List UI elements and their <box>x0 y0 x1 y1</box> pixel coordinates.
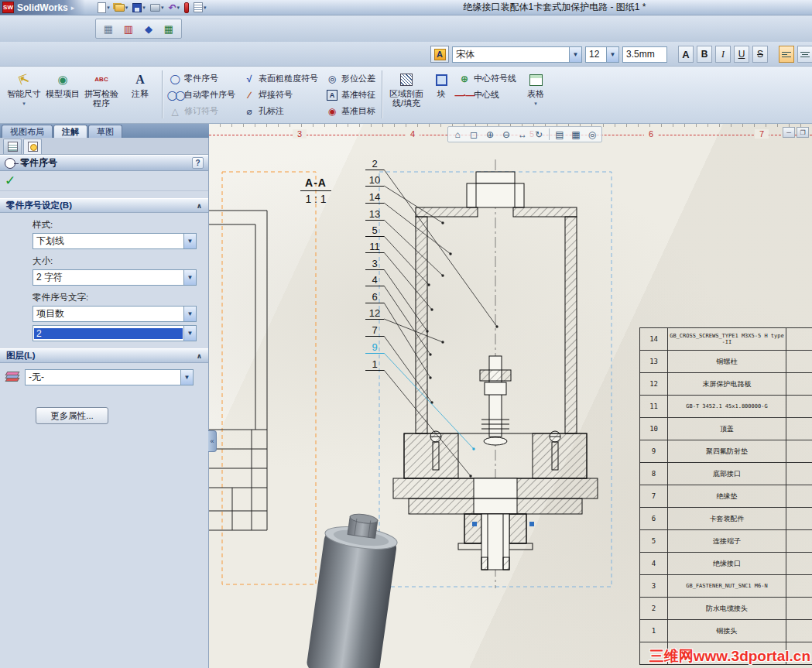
chevron-down-icon[interactable]: ▼ <box>183 326 196 341</box>
settings-section-header[interactable]: 零件序号设定(B) ∧ <box>0 198 208 213</box>
bom-row[interactable]: 4绝缘接口 <box>640 553 812 575</box>
font-size-combobox[interactable]: 12 ▼ <box>585 46 619 63</box>
align-center-button[interactable] <box>797 46 812 63</box>
balloon-number[interactable]: 10 <box>365 174 384 187</box>
chevron-down-icon[interactable]: ▼ <box>606 47 618 62</box>
chevron-down-icon[interactable]: ▼ <box>569 47 581 62</box>
rebuild-button[interactable] <box>183 1 190 15</box>
table-format-button[interactable]: ▦ <box>159 20 178 37</box>
bom-row[interactable]: 13铜螺柱 <box>640 351 812 373</box>
strikethrough-button[interactable]: S <box>752 46 768 63</box>
grid-button[interactable]: ▦ <box>99 20 118 37</box>
wireframe-icon[interactable]: ▤ <box>552 128 567 141</box>
minimize-icon[interactable]: ─ <box>783 127 795 138</box>
smart-dimension-button[interactable]: ⇱ 智能尺寸 ▾ <box>5 69 43 120</box>
tab-feature-manager[interactable] <box>3 139 22 154</box>
chevron-down-icon[interactable]: ▼ <box>183 307 196 321</box>
bom-row[interactable]: 8底部接口 <box>640 463 812 485</box>
italic-button[interactable]: I <box>715 46 731 63</box>
help-icon[interactable]: ? <box>192 157 204 169</box>
balloon-number[interactable]: 11 <box>365 241 384 253</box>
balloon-number[interactable]: 13 <box>365 208 384 221</box>
area-hatch-button[interactable]: 区域剖面线/填充 <box>385 69 428 120</box>
bom-row[interactable]: 2防水电缆接头 <box>640 598 812 620</box>
block-button[interactable]: 块 <box>428 69 454 120</box>
tab-view-layout[interactable]: 视图布局 <box>2 125 53 138</box>
tab-annotation[interactable]: 注解 <box>53 125 87 138</box>
zoom-area-icon[interactable]: ◻ <box>466 128 481 141</box>
zoom-in-icon[interactable]: ⊕ <box>482 128 498 141</box>
bom-row[interactable]: 10顶盖 <box>640 418 812 440</box>
balloon-number[interactable]: 6 <box>365 291 384 303</box>
text-height-input[interactable]: 3.5mm <box>622 46 667 63</box>
bom-table[interactable]: 14GB_CROSS_SCREWS_TYPE1 M3X5-5 H type-II… <box>639 327 812 665</box>
bom-row[interactable]: 9聚四氟防射垫 <box>640 440 812 463</box>
surface-finish-button[interactable]: √ 表面粗糙度符号 <box>239 70 322 87</box>
ok-checkmark-icon[interactable]: ✓ <box>5 173 15 189</box>
table-button[interactable]: 表格 ▾ <box>520 69 551 120</box>
undo-button[interactable]: ↶▾ <box>166 1 181 15</box>
balloon-number[interactable]: 7 <box>365 324 384 337</box>
balloon-style-combobox[interactable]: 下划线 ▼ <box>33 233 197 249</box>
geometric-tolerance-button[interactable]: ◎ 形位公差 <box>322 70 379 87</box>
chevron-down-icon[interactable]: ▼ <box>183 234 196 248</box>
underline-button[interactable]: U <box>734 46 749 63</box>
layer-combobox[interactable]: -无- ▼ <box>25 369 194 385</box>
drawing-canvas[interactable]: 34567 ⌂ ◻ ⊕ ⊖ ↔ ↻ ▤ ▦ ◎ ─ ❐ <box>209 124 812 668</box>
weld-symbol-button[interactable]: ∕ 焊接符号 <box>239 87 322 103</box>
chevron-down-icon[interactable]: ▼ <box>180 370 193 385</box>
balloon-number[interactable]: 2 <box>365 158 384 170</box>
spell-checker-button[interactable]: ABC 拼写检验程序 <box>82 69 121 120</box>
cylinder-part-3d[interactable] <box>296 513 420 668</box>
shaded-view-icon[interactable]: ▦ <box>568 128 584 141</box>
more-properties-button[interactable]: 更多属性... <box>36 407 108 424</box>
bom-row[interactable]: 6卡套装配件 <box>640 508 812 530</box>
save-button[interactable]: ▾ <box>131 1 147 15</box>
rotate-view-icon[interactable]: ↻ <box>531 128 546 141</box>
hole-callout-button[interactable]: ⌀ 孔标注 <box>239 103 322 119</box>
tab-property-manager[interactable] <box>23 139 42 154</box>
datum-feature-button[interactable]: A 基准特征 <box>322 87 379 103</box>
line-weight-button[interactable]: ▥ <box>119 20 138 37</box>
restore-icon[interactable]: ❐ <box>797 127 809 138</box>
balloon-number[interactable]: 12 <box>365 307 384 320</box>
balloon-button[interactable]: ◯ 零件序号 <box>165 70 239 87</box>
auto-balloon-button[interactable]: ◯◯ 自动零件序号 <box>165 87 239 103</box>
brand-arrow-icon[interactable]: ▸ <box>71 4 75 12</box>
datum-target-button[interactable]: ◉ 基准目标 <box>322 103 379 119</box>
note-button[interactable]: A 注释 <box>121 69 159 120</box>
tab-sketch[interactable]: 草图 <box>88 125 122 138</box>
font-button[interactable]: A <box>430 46 449 63</box>
options-button[interactable]: ▾ <box>192 1 208 15</box>
balloon-text-combobox[interactable]: 项目数 ▼ <box>33 306 197 322</box>
bom-row[interactable]: 7绝缘垫 <box>640 485 812 508</box>
bom-row[interactable]: 14GB_CROSS_SCREWS_TYPE1 M3X5-5 H type-II <box>640 328 812 351</box>
centerline-button[interactable]: —·— 中心线 <box>454 87 520 103</box>
zoom-to-fit-icon[interactable]: ⌂ <box>450 128 465 141</box>
layer-section-header[interactable]: 图层(L) ∧ <box>0 348 208 363</box>
pan-icon[interactable]: ↔ <box>515 128 530 141</box>
bom-row[interactable]: 1铜接头 <box>640 620 812 642</box>
view-orientation-icon[interactable]: ◎ <box>584 128 600 141</box>
balloon-number[interactable]: 1 <box>365 358 384 371</box>
chevron-down-icon[interactable]: ▼ <box>183 270 196 285</box>
new-document-button[interactable]: ▾ <box>96 1 111 15</box>
bom-row[interactable]: 5连接端子 <box>640 530 812 553</box>
print-button[interactable]: ▾ <box>149 1 166 15</box>
bold-button[interactable]: B <box>697 46 712 63</box>
line-color-button[interactable]: ◆ <box>139 20 158 37</box>
model-items-button[interactable]: ◉ 模型项目 <box>43 69 82 120</box>
bom-row[interactable]: 12末屏保护电路板 <box>640 373 812 396</box>
bom-row[interactable]: 11GB-T 3452.1 45x1.800000-G <box>640 396 812 418</box>
section-view-label[interactable]: A-A 1 : 1 <box>299 176 333 205</box>
balloon-number[interactable]: 4 <box>365 274 384 286</box>
balloon-number[interactable]: 3 <box>365 258 384 270</box>
bold-large-button[interactable]: A <box>678 46 694 63</box>
quantity-combobox[interactable]: 2 ▼ <box>33 325 197 341</box>
center-mark-button[interactable]: ⊕ 中心符号线 <box>454 70 520 87</box>
balloon-number[interactable]: 5 <box>365 224 384 237</box>
bom-row[interactable]: 3GB_FASTENER_NUT_SNC1 M6-N <box>640 575 812 598</box>
balloon-number[interactable]: 9 <box>365 341 384 354</box>
align-left-button[interactable] <box>779 46 794 63</box>
panel-splitter[interactable]: « <box>208 430 217 452</box>
